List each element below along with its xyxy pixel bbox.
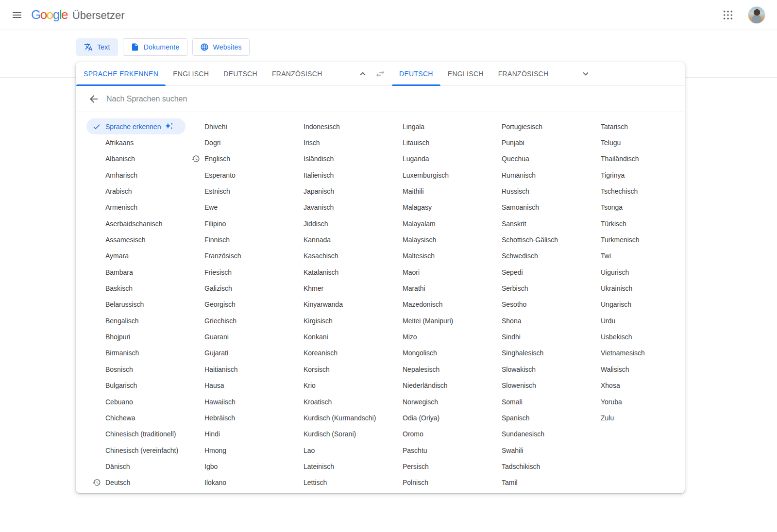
expand-target-list-button[interactable] [574, 62, 597, 85]
language-option[interactable]: Dhivehi [186, 118, 285, 134]
language-option[interactable]: Lao [285, 442, 384, 458]
language-option[interactable]: Rumänisch [483, 167, 582, 183]
language-option[interactable]: Irisch [285, 134, 384, 150]
language-tab[interactable]: DEUTSCH [392, 62, 440, 85]
language-option[interactable]: Marathi [384, 280, 483, 296]
language-option[interactable]: Kurdisch (Sorani) [285, 426, 384, 442]
language-option[interactable]: Walisisch [582, 361, 681, 377]
language-option[interactable]: Ilokano [186, 475, 285, 491]
language-option[interactable]: Katalanisch [285, 264, 384, 280]
language-option[interactable]: Birmanisch [86, 345, 186, 361]
back-button[interactable] [88, 93, 100, 105]
language-option[interactable]: Telugu [582, 134, 681, 150]
language-option[interactable]: Französisch [186, 248, 285, 264]
language-option[interactable]: Aymara [86, 248, 186, 264]
language-tab[interactable]: FRANZÖSISCH [491, 62, 556, 85]
language-option[interactable]: Korsisch [285, 361, 384, 377]
language-option[interactable]: Finnisch [186, 232, 285, 248]
language-option[interactable]: Slowenisch [483, 378, 582, 394]
language-option[interactable]: Bosnisch [86, 361, 186, 377]
language-option[interactable]: Sepedi [483, 264, 582, 280]
language-option[interactable]: Cebuano [86, 394, 186, 410]
language-option[interactable]: Kinyarwanda [285, 297, 384, 313]
language-option[interactable]: Tadschikisch [483, 458, 582, 474]
language-option[interactable]: Galizisch [186, 280, 285, 296]
language-option[interactable]: Hindi [186, 426, 285, 442]
language-option[interactable]: Tigrinya [582, 167, 681, 183]
language-option[interactable]: Quechua [483, 151, 582, 167]
language-option[interactable]: Italienisch [285, 167, 384, 183]
language-option[interactable]: Friesisch [186, 264, 285, 280]
language-option[interactable]: Luxemburgisch [384, 167, 483, 183]
language-option[interactable]: Tamil [483, 475, 582, 491]
language-option[interactable]: Sesotho [483, 297, 582, 313]
language-option[interactable]: Afrikaans [86, 134, 186, 150]
language-tab[interactable]: ENGLISCH [166, 62, 216, 85]
language-option[interactable]: Maltesisch [384, 248, 483, 264]
language-tab[interactable]: ENGLISCH [440, 62, 491, 85]
language-option[interactable]: Tsonga [582, 200, 681, 216]
language-option[interactable]: Samoanisch [483, 200, 582, 216]
language-option[interactable]: Sundanesisch [483, 426, 582, 442]
language-option[interactable]: Chinesisch (vereinfacht) [86, 442, 186, 458]
language-option[interactable]: Jiddisch [285, 216, 384, 232]
language-option[interactable]: Koreanisch [285, 345, 384, 361]
language-tab[interactable]: SPRACHE ERKENNEN [76, 62, 166, 85]
language-option[interactable]: Maithili [384, 183, 483, 199]
language-option[interactable]: Albanisch [86, 151, 186, 167]
language-option[interactable]: Hawaiisch [186, 394, 285, 410]
language-option[interactable]: Turkmenisch [582, 232, 681, 248]
language-option[interactable]: Guarani [186, 329, 285, 345]
language-option[interactable]: Slowakisch [483, 361, 582, 377]
language-option[interactable]: Malagasy [384, 200, 483, 216]
language-option[interactable]: Igbo [186, 458, 285, 474]
language-option[interactable]: Gujarati [186, 345, 285, 361]
language-option[interactable]: Odia (Oriya) [384, 410, 483, 426]
language-option[interactable]: Chinesisch (traditionell) [86, 426, 186, 442]
language-option[interactable]: Tschechisch [582, 183, 681, 199]
language-option[interactable]: Kirgisisch [285, 313, 384, 329]
language-option[interactable]: Ukrainisch [582, 280, 681, 296]
language-option[interactable]: Bengalisch [86, 313, 186, 329]
language-option[interactable]: Punjabi [483, 134, 582, 150]
language-option[interactable]: Indonesisch [285, 118, 384, 134]
language-option[interactable]: Kurdisch (Kurmandschi) [285, 410, 384, 426]
language-option[interactable]: Swahili [483, 442, 582, 458]
mode-button-websites[interactable]: Websites [192, 38, 250, 56]
language-option[interactable]: Lateinisch [285, 458, 384, 474]
language-option[interactable]: Serbisch [483, 280, 582, 296]
language-option[interactable]: Ungarisch [582, 297, 681, 313]
main-menu-button[interactable] [6, 4, 28, 26]
language-option[interactable]: Konkani [285, 329, 384, 345]
language-option[interactable]: Urdu [582, 313, 681, 329]
language-option[interactable]: Estnisch [186, 183, 285, 199]
language-option[interactable]: Tatarisch [582, 118, 681, 134]
language-option[interactable]: Esperanto [186, 167, 285, 183]
language-option[interactable]: Uigurisch [582, 264, 681, 280]
language-option[interactable]: Javanisch [285, 200, 384, 216]
language-option[interactable]: Chichewa [86, 410, 186, 426]
language-option[interactable]: Kroatisch [285, 394, 384, 410]
language-option[interactable]: Sanskrit [483, 216, 582, 232]
language-option[interactable]: Thailändisch [582, 151, 681, 167]
language-option[interactable]: Englisch [186, 151, 285, 167]
language-option[interactable]: Lettisch [285, 475, 384, 491]
language-option[interactable]: Singhalesisch [483, 345, 582, 361]
swap-languages-button[interactable] [369, 62, 392, 85]
language-option[interactable]: Mizo [384, 329, 483, 345]
language-option[interactable]: Norwegisch [384, 394, 483, 410]
account-avatar[interactable] [748, 6, 765, 24]
language-option[interactable]: Belarussisch [86, 297, 186, 313]
language-option[interactable]: Polnisch [384, 475, 483, 491]
language-option[interactable]: Meitei (Manipuri) [384, 313, 483, 329]
language-option[interactable]: Luganda [384, 151, 483, 167]
language-option[interactable]: Malaysisch [384, 232, 483, 248]
language-option[interactable]: Assamesisch [86, 232, 186, 248]
language-option[interactable]: Bhojpuri [86, 329, 186, 345]
language-option[interactable]: Yoruba [582, 394, 681, 410]
language-option[interactable]: Mazedonisch [384, 297, 483, 313]
language-option[interactable]: Bambara [86, 264, 186, 280]
language-option[interactable]: Maori [384, 264, 483, 280]
language-option[interactable]: Dänisch [86, 458, 186, 474]
language-option[interactable]: Deutsch [86, 475, 186, 491]
